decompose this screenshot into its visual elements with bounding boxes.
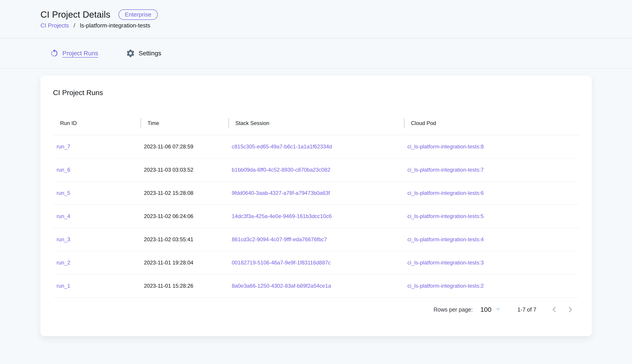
- breadcrumb-separator: /: [74, 22, 75, 29]
- chevron-right-icon: [566, 305, 575, 314]
- run-time: 2023-11-01 15:28:26: [144, 283, 193, 289]
- gear-icon: [126, 49, 135, 58]
- cloud-pod-link[interactable]: ci_ls-platform-integration-tests:7: [407, 167, 484, 173]
- page-header: CI Project Details Enterprise CI Project…: [0, 0, 632, 38]
- table-row: run_6 2023-11-03 03:03:52 b1bb09da-6ff0-…: [53, 158, 579, 182]
- runs-table-body: run_7 2023-11-06 07:28:59 c815c305-ed65-…: [53, 135, 579, 298]
- run-time: 2023-11-02 06:24:06: [144, 213, 193, 219]
- tab-settings-label: Settings: [139, 50, 161, 57]
- run-id-link[interactable]: run_6: [57, 167, 70, 173]
- pagination: Rows per page: 100 1-7 of 7: [53, 298, 579, 321]
- rows-per-page-value: 100: [480, 306, 491, 313]
- run-time: 2023-11-06 07:28:59: [144, 144, 193, 150]
- column-header-run-id: Run ID: [53, 111, 140, 135]
- main-content: CI Project Runs Run ID Time Stack Sessio…: [0, 76, 632, 336]
- cloud-pod-link[interactable]: ci_ls-platform-integration-tests:4: [407, 236, 484, 242]
- pagination-range: 1-7 of 7: [517, 306, 536, 313]
- stack-session-link[interactable]: c815c305-ed65-49a7-b6c1-1a1a1f62334d: [232, 144, 332, 150]
- cloud-pod-link[interactable]: ci_ls-platform-integration-tests:8: [407, 144, 484, 150]
- column-header-cloud-pod: Cloud Pod: [404, 111, 579, 135]
- breadcrumb-link-ci-projects[interactable]: CI Projects: [41, 22, 69, 29]
- breadcrumb-current: ls-platform-integration-tests: [80, 22, 150, 29]
- card-heading: CI Project Runs: [53, 76, 579, 97]
- table-row: run_5 2023-11-02 15:28:08 9fdd0640-3aab-…: [53, 182, 579, 205]
- ci-project-runs-card: CI Project Runs Run ID Time Stack Sessio…: [41, 76, 592, 336]
- page-title: CI Project Details: [41, 9, 110, 20]
- column-header-time: Time: [140, 111, 228, 135]
- cloud-pod-link[interactable]: ci_ls-platform-integration-tests:5: [407, 213, 484, 219]
- table-row: run_7 2023-11-06 07:28:59 c815c305-ed65-…: [53, 135, 579, 158]
- stack-session-link[interactable]: 00182719-5106-46a7-9e9f-1f83116d887c: [232, 260, 331, 266]
- cloud-pod-link[interactable]: ci_ls-platform-integration-tests:3: [407, 260, 484, 266]
- tab-project-runs[interactable]: Project Runs: [50, 49, 98, 58]
- stack-session-link[interactable]: 8a0e3a66-1250-4302-83af-b89f2a54ce1a: [232, 283, 331, 289]
- chevron-left-icon: [550, 305, 558, 314]
- previous-page-button[interactable]: [549, 304, 560, 315]
- breadcrumb: CI Projects / ls-platform-integration-te…: [41, 22, 632, 29]
- table-header-row: Run ID Time Stack Session Cloud Pod: [53, 111, 579, 135]
- run-id-link[interactable]: run_4: [57, 213, 70, 219]
- stack-session-link[interactable]: 14dc3f3a-425a-4e0e-9469-161b3dcc10c6: [232, 213, 332, 219]
- history-icon: [50, 49, 59, 58]
- table-row: run_4 2023-11-02 06:24:06 14dc3f3a-425a-…: [53, 205, 579, 228]
- stack-session-link[interactable]: 861cd3c2-9094-4c07-9fff-eda76676fbc7: [232, 236, 327, 242]
- cloud-pod-link[interactable]: ci_ls-platform-integration-tests:6: [407, 190, 484, 196]
- run-time: 2023-11-01 19:28:04: [144, 260, 193, 266]
- run-time: 2023-11-02 03:55:41: [144, 236, 193, 242]
- cloud-pod-link[interactable]: ci_ls-platform-integration-tests:2: [407, 283, 484, 289]
- run-time: 2023-11-03 03:03:52: [144, 167, 193, 173]
- stack-session-link[interactable]: b1bb09da-6ff0-4c52-8930-c870ba23c082: [232, 167, 330, 173]
- stack-session-link[interactable]: 9fdd0640-3aab-4327-a78f-a79473b0a63f: [232, 190, 330, 196]
- run-id-link[interactable]: run_5: [57, 190, 70, 196]
- run-id-link[interactable]: run_2: [57, 260, 70, 266]
- enterprise-badge: Enterprise: [118, 9, 158, 20]
- column-header-stack-session: Stack Session: [228, 111, 404, 135]
- page: { "header": { "title": "CI Project Detai…: [0, 0, 632, 364]
- dropdown-caret-icon: [495, 308, 501, 311]
- runs-table: Run ID Time Stack Session Cloud Pod run_…: [53, 111, 579, 298]
- tab-settings[interactable]: Settings: [126, 49, 161, 58]
- rows-per-page-select[interactable]: 100: [480, 306, 501, 313]
- rows-per-page-label: Rows per page:: [434, 306, 473, 313]
- tab-project-runs-label: Project Runs: [62, 50, 98, 57]
- next-page-button[interactable]: [565, 304, 576, 315]
- table-row: run_2 2023-11-01 19:28:04 00182719-5106-…: [53, 251, 579, 274]
- run-id-link[interactable]: run_3: [57, 236, 70, 242]
- table-row: run_3 2023-11-02 03:55:41 861cd3c2-9094-…: [53, 228, 579, 251]
- table-row: run_1 2023-11-01 15:28:26 8a0e3a66-1250-…: [53, 274, 579, 298]
- run-time: 2023-11-02 15:28:08: [144, 190, 193, 196]
- run-id-link[interactable]: run_1: [57, 283, 70, 289]
- run-id-link[interactable]: run_7: [57, 144, 70, 150]
- tab-bar: Project Runs Settings: [0, 38, 632, 68]
